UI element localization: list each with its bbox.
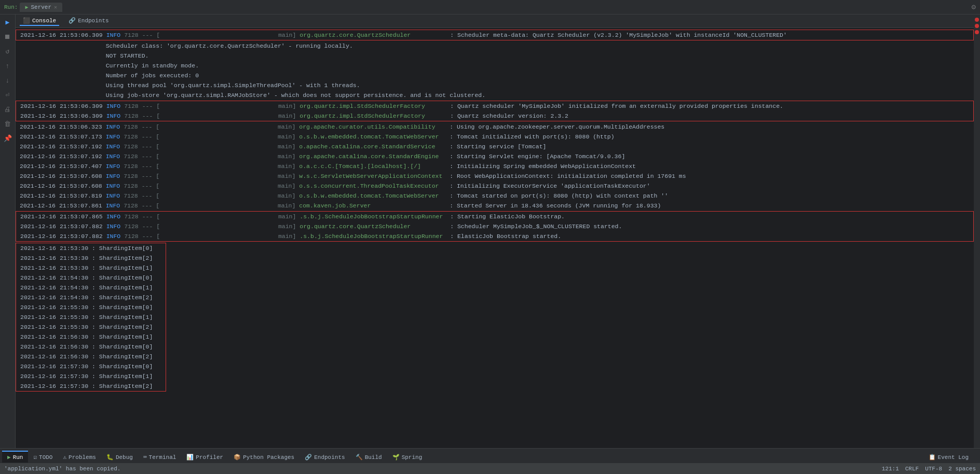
endpoints-tab-label: Endpoints (314, 454, 345, 461)
indent-indicator[interactable]: 2 spaces (948, 466, 976, 472)
tab-endpoints[interactable]: 🔗 Endpoints (65, 16, 112, 26)
sharding-line: 2021-12-16 21:57:30 : ShardingItem[0] (20, 361, 161, 371)
sharding-line: 2021-12-16 21:53:30 : ShardingItem[1] (20, 263, 161, 273)
tab-event-log[interactable]: 📋 Event Log (923, 451, 974, 463)
gear-icon[interactable]: ⚙ (972, 3, 976, 11)
sharding-line: 2021-12-16 21:54:30 : ShardingItem[2] (20, 292, 161, 302)
box-elasticjob: 2021-12-16 21:53:07.865 INFO 7128 --- [ … (16, 211, 974, 242)
spring-tab-label: Spring (402, 454, 423, 461)
endpoints-tab-icon: 🔗 (305, 454, 312, 461)
sharding-line: 2021-12-16 21:55:30 : ShardingItem[2] (20, 322, 161, 332)
tab-endpoints[interactable]: 🔗 Endpoints (300, 451, 350, 463)
event-log-icon: 📋 (929, 454, 936, 461)
info-message: 'application.yml' has been copied. (4, 466, 120, 472)
tab-build[interactable]: 🔨 Build (350, 451, 387, 463)
right-indicator (974, 15, 980, 448)
pin-icon[interactable]: 📌 (2, 133, 13, 144)
sharding-line: 2021-12-16 21:53:30 : ShardingItem[2] (20, 253, 161, 263)
sharding-line: 2021-12-16 21:54:30 : ShardingItem[0] (20, 273, 161, 283)
sharding-line: 2021-12-16 21:55:30 : ShardingItem[0] (20, 302, 161, 312)
line-col-indicator[interactable]: 121:1 (882, 466, 899, 472)
bottom-tabs: ▶ Run ☑ TODO ⚠ Problems 🐛 Debug ⌨ Termin… (0, 448, 980, 463)
log-line: 2021-12-16 21:53:06.309 INFO 7128 --- [ … (20, 30, 969, 40)
tab-debug[interactable]: 🐛 Debug (101, 451, 138, 463)
tab-profiler[interactable]: 📊 Profiler (181, 451, 228, 463)
spring-tab-icon: 🌱 (392, 454, 400, 461)
run-sidebar-icon[interactable]: ▶ (2, 17, 13, 28)
tab-console[interactable]: ⬛ Console (20, 16, 59, 26)
scroll-up-icon[interactable]: ↑ (2, 60, 13, 72)
build-tab-label: Build (365, 454, 382, 461)
todo-tab-label: TODO (39, 454, 52, 461)
log-line: 2021-12-16 21:53:07.865 INFO 7128 --- [ … (20, 212, 969, 221)
sharding-line: 2021-12-16 21:56:30 : ShardingItem[0] (20, 342, 161, 352)
tab-problems[interactable]: ⚠ Problems (58, 451, 101, 463)
python-packages-tab-label: Python Packages (243, 454, 294, 461)
log-line: Using thread pool 'org.quartz.simpl.Simp… (16, 80, 974, 90)
python-packages-tab-icon: 📦 (234, 454, 241, 461)
soft-wrap-icon[interactable]: ⏎ (2, 89, 13, 101)
tab-terminal[interactable]: ⌨ Terminal (138, 451, 181, 463)
terminal-tab-icon: ⌨ (143, 454, 147, 461)
console-toolbar: ⬛ Console 🔗 Endpoints (16, 15, 974, 28)
left-sidebar: ▶ ⏹ ↺ ↑ ↓ ⏎ 🖨 🗑 📌 (0, 15, 16, 448)
log-line: 2021-12-16 21:53:07.882 INFO 7128 --- [ … (20, 221, 969, 231)
log-content[interactable]: 2021-12-16 21:53:06.309 INFO 7128 --- [ … (16, 28, 974, 448)
problems-tab-label: Problems (69, 454, 96, 461)
event-log-label: Event Log (938, 454, 969, 461)
error-indicator-2 (975, 24, 979, 28)
server-tab[interactable]: ▶ Server ✕ (20, 3, 62, 12)
log-line: 2021-12-16 21:53:07.192 INFO 7128 --- [ … (16, 142, 974, 151)
run-tab-icon: ▶ (7, 454, 11, 461)
tab-name: Server (31, 4, 51, 10)
debug-tab-icon: 🐛 (106, 454, 114, 461)
encoding-indicator[interactable]: UTF-8 (925, 466, 942, 472)
sharding-line: 2021-12-16 21:57:30 : ShardingItem[1] (20, 371, 161, 381)
log-line: Currently in standby mode. (16, 61, 974, 71)
log-line: 2021-12-16 21:53:06.309 INFO 7128 --- [ … (20, 101, 969, 111)
line-ending-indicator[interactable]: CRLF (905, 466, 919, 472)
rerun-sidebar-icon[interactable]: ↺ (2, 46, 13, 57)
clear-icon[interactable]: 🗑 (2, 118, 13, 130)
log-line: Number of jobs executed: 0 (16, 71, 974, 80)
main-area: ▶ ⏹ ↺ ↑ ↓ ⏎ 🖨 🗑 📌 ⬛ Console 🔗 Endpoints (0, 15, 980, 448)
title-bar: Run: ▶ Server ✕ ⚙ (0, 0, 980, 15)
log-line: 2021-12-16 21:53:07.192 INFO 7128 --- [ … (16, 151, 974, 161)
log-line: 2021-12-16 21:53:07.608 INFO 7128 --- [ … (16, 171, 974, 181)
error-indicator-1 (975, 18, 979, 22)
run-icon: ▶ (25, 4, 28, 10)
scroll-down-icon[interactable]: ↓ (2, 75, 13, 86)
profiler-tab-icon: 📊 (186, 454, 194, 461)
box-sharding: 2021-12-16 21:53:30 : ShardingItem[0] 20… (16, 243, 166, 392)
problems-tab-icon: ⚠ (63, 454, 66, 461)
log-line: 2021-12-16 21:53:06.323 INFO 7128 --- [ … (16, 122, 974, 132)
terminal-tab-label: Terminal (149, 454, 176, 461)
tab-todo[interactable]: ☑ TODO (28, 451, 58, 463)
log-line: 2021-12-16 21:53:07.882 INFO 7128 --- [ … (20, 231, 969, 241)
sharding-line: 2021-12-16 21:53:30 : ShardingItem[0] (20, 243, 161, 253)
todo-tab-icon: ☑ (33, 454, 37, 461)
endpoints-icon: 🔗 (69, 17, 76, 24)
log-line: NOT STARTED. (16, 51, 974, 61)
run-label: Run: (4, 4, 18, 10)
log-line: 2021-12-16 21:53:06.309 INFO 7128 --- [ … (20, 111, 969, 121)
console-icon: ⬛ (23, 17, 30, 24)
box-scheduler-factory: 2021-12-16 21:53:06.309 INFO 7128 --- [ … (16, 101, 974, 121)
build-tab-icon: 🔨 (356, 454, 363, 461)
console-area: ⬛ Console 🔗 Endpoints 2021-12-16 21:53:0… (16, 15, 974, 448)
box-scheduler-meta: 2021-12-16 21:53:06.309 INFO 7128 --- [ … (16, 30, 974, 40)
tab-close-icon[interactable]: ✕ (54, 4, 57, 10)
tab-run[interactable]: ▶ Run (2, 451, 28, 463)
debug-tab-label: Debug (116, 454, 133, 461)
tab-python-packages[interactable]: 📦 Python Packages (228, 451, 300, 463)
info-bar: 'application.yml' has been copied. 121:1… (0, 463, 980, 474)
sharding-line: 2021-12-16 21:57:30 : ShardingItem[2] (20, 381, 161, 391)
log-line: 2021-12-16 21:53:07.819 INFO 7128 --- [ … (16, 191, 974, 201)
tab-spring[interactable]: 🌱 Spring (387, 451, 428, 463)
print-icon[interactable]: 🖨 (2, 104, 13, 115)
error-indicator-3 (975, 30, 979, 34)
log-line: 2021-12-16 21:53:07.407 INFO 7128 --- [ … (16, 161, 974, 171)
log-line: Scheduler class: 'org.quartz.core.Quartz… (16, 41, 974, 51)
stop-sidebar-icon[interactable]: ⏹ (2, 31, 13, 43)
run-tab-label: Run (13, 454, 23, 461)
